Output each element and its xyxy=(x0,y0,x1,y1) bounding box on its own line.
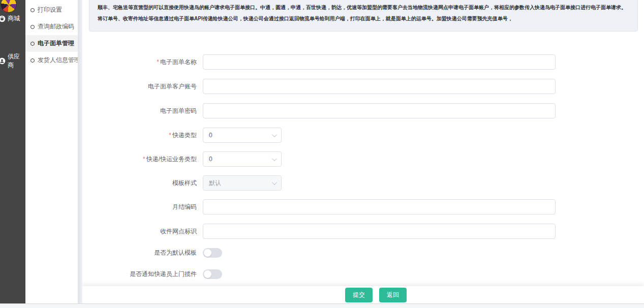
form-row-customer-account: 电子面单客户账号 xyxy=(82,79,644,94)
app-window: 商城 供应商 打印设置 查询邮政编码 电子面单管理 发货人信息管理 xyxy=(0,0,644,303)
menu-item-label: 发货人信息管理 xyxy=(38,56,80,65)
field-label: 月结编码 xyxy=(82,203,203,211)
secondary-sidebar: 打印设置 查询邮政编码 电子面单管理 发货人信息管理 xyxy=(25,0,78,303)
form-row-express-type: *快递类型 0 xyxy=(82,128,644,143)
field-label: 是否为默认模板 xyxy=(82,249,203,257)
express-type-select[interactable]: 0 xyxy=(203,128,282,143)
form-footer: 提交 返回 xyxy=(82,286,644,303)
form-row-receive-site-id: 收件网点标识 xyxy=(82,224,644,239)
default-template-toggle[interactable] xyxy=(203,248,222,258)
ewaybill-password-input[interactable] xyxy=(203,103,556,118)
menu-item-postal-code-query[interactable]: 查询邮政编码 xyxy=(25,18,78,35)
field-label: 收件网点标识 xyxy=(82,227,203,236)
circle-icon xyxy=(30,8,35,12)
chevron-down-icon xyxy=(272,132,277,137)
sidebar-item-label: 商城 xyxy=(8,14,20,23)
form-row-express-business-type: *快递/快运业务类型 0 xyxy=(82,151,644,167)
field-label: 电子面单密码 xyxy=(82,107,203,115)
menu-item-shipper-info-management[interactable]: 发货人信息管理 xyxy=(25,52,78,69)
field-label: *快递类型 xyxy=(82,131,203,140)
circle-icon xyxy=(30,25,35,29)
customer-account-input[interactable] xyxy=(203,79,556,94)
required-marker: * xyxy=(169,132,171,139)
chevron-down-icon xyxy=(272,156,277,161)
template-style-select[interactable]: 默认 xyxy=(203,175,282,191)
sidebar-item-label: 供应商 xyxy=(8,52,25,70)
menu-item-label: 电子面单管理 xyxy=(38,39,74,48)
field-label: 电子面单客户账号 xyxy=(82,82,203,91)
field-label: *电子面单名称 xyxy=(82,58,203,67)
receive-site-id-input[interactable] xyxy=(203,224,556,239)
form-row-default-template: 是否为默认模板 xyxy=(82,248,644,258)
select-value: 默认 xyxy=(209,179,221,188)
circle-icon xyxy=(30,42,35,46)
bottom-strip xyxy=(0,303,644,308)
main-content: 顺丰、宅急送等直营型的可以直接使用快递鸟的账户请求电子面单接口。中通，圆通，申通… xyxy=(82,0,644,303)
express-business-type-select[interactable]: 0 xyxy=(203,151,282,167)
app-logo[interactable] xyxy=(1,0,17,13)
menu-item-label: 打印设置 xyxy=(38,6,62,14)
info-banner-line2: 将订单号、收寄件地址等信息通过电子面单API传递给快递公司，快递公司会通过接口返… xyxy=(98,13,630,24)
notify-courier-toggle[interactable] xyxy=(203,269,222,279)
select-value: 0 xyxy=(209,132,212,139)
info-banner-line1: 顺丰、宅急送等直营型的可以直接使用快递鸟的账户请求电子面单接口。中通，圆通，申通… xyxy=(98,2,630,13)
toggle-knob xyxy=(204,270,211,278)
form-row-notify-courier: 是否通知快递员上门揽件 xyxy=(82,269,644,279)
mall-icon xyxy=(0,15,6,22)
field-label: 模板样式 xyxy=(82,179,203,188)
sidebar-item-mall[interactable]: 商城 xyxy=(0,14,20,23)
form-row-ewaybill-name: *电子面单名称 xyxy=(82,54,644,70)
form-row-monthly-code: 月结编码 xyxy=(82,199,644,214)
menu-item-ewaybill-management[interactable]: 电子面单管理 xyxy=(25,35,78,52)
select-value: 0 xyxy=(209,156,212,163)
submit-button[interactable]: 提交 xyxy=(345,288,373,302)
sidebar-item-supplier[interactable]: 供应商 xyxy=(0,52,25,70)
primary-sidebar: 商城 供应商 xyxy=(0,0,25,303)
required-marker: * xyxy=(143,156,145,163)
supplier-icon xyxy=(0,57,6,65)
ewaybill-form: *电子面单名称 电子面单客户账号 电子面单密码 *快递类型 0 *快递/快运业务… xyxy=(82,32,644,279)
back-button[interactable]: 返回 xyxy=(379,288,407,302)
menu-item-label: 查询邮政编码 xyxy=(38,22,74,31)
toggle-knob xyxy=(204,249,211,257)
menu-item-print-settings[interactable]: 打印设置 xyxy=(25,2,78,18)
form-row-template-style: 模板样式 默认 xyxy=(82,175,644,191)
sidebar-divider xyxy=(78,0,82,303)
chevron-down-icon xyxy=(272,180,277,185)
required-marker: * xyxy=(157,58,159,66)
field-label: *快递/快运业务类型 xyxy=(82,155,203,164)
monthly-code-input[interactable] xyxy=(203,199,556,214)
ewaybill-name-input[interactable] xyxy=(203,54,556,70)
form-row-ewaybill-password: 电子面单密码 xyxy=(82,103,644,118)
field-label: 是否通知快递员上门揽件 xyxy=(82,270,203,279)
info-banner: 顺丰、宅急送等直营型的可以直接使用快递鸟的账户请求电子面单接口。中通，圆通，申通… xyxy=(89,0,638,32)
circle-icon xyxy=(30,58,35,63)
